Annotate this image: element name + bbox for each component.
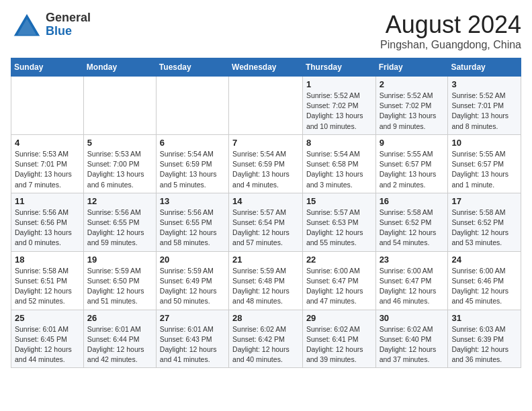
day-number: 16 <box>380 196 445 206</box>
day-number: 13 <box>160 196 225 206</box>
day-number: 15 <box>306 196 372 206</box>
day-detail: Sunrise: 6:02 AM Sunset: 6:40 PM Dayligh… <box>380 324 445 365</box>
day-number: 12 <box>87 196 152 206</box>
day-detail: Sunrise: 5:56 AM Sunset: 6:55 PM Dayligh… <box>87 208 152 248</box>
day-detail: Sunrise: 6:00 AM Sunset: 6:47 PM Dayligh… <box>306 266 372 307</box>
title-block: August 2024 Pingshan, Guangdong, China <box>380 11 521 51</box>
calendar-week-row: 11Sunrise: 5:56 AM Sunset: 6:56 PM Dayli… <box>11 193 521 251</box>
calendar-cell: 7Sunrise: 5:54 AM Sunset: 6:59 PM Daylig… <box>229 134 303 193</box>
calendar-header: SundayMondayTuesdayWednesdayThursdayFrid… <box>11 58 521 77</box>
calendar-cell: 17Sunrise: 5:58 AM Sunset: 6:52 PM Dayli… <box>448 193 521 251</box>
weekday-header-row: SundayMondayTuesdayWednesdayThursdayFrid… <box>11 58 521 77</box>
day-number: 22 <box>306 255 372 265</box>
calendar-week-row: 25Sunrise: 6:01 AM Sunset: 6:45 PM Dayli… <box>11 310 521 368</box>
day-number: 1 <box>306 79 372 89</box>
calendar-cell: 6Sunrise: 5:54 AM Sunset: 6:59 PM Daylig… <box>156 134 228 193</box>
day-number: 4 <box>15 138 80 148</box>
day-number: 28 <box>232 313 299 323</box>
day-detail: Sunrise: 5:58 AM Sunset: 6:52 PM Dayligh… <box>451 208 517 248</box>
day-number: 5 <box>87 138 152 148</box>
day-number: 9 <box>380 138 445 148</box>
calendar-cell: 31Sunrise: 6:03 AM Sunset: 6:39 PM Dayli… <box>448 310 521 368</box>
day-number: 27 <box>160 313 225 323</box>
day-number: 21 <box>232 255 299 265</box>
day-number: 11 <box>15 196 80 206</box>
day-number: 17 <box>451 196 517 206</box>
day-detail: Sunrise: 5:59 AM Sunset: 6:49 PM Dayligh… <box>160 266 225 307</box>
day-detail: Sunrise: 5:54 AM Sunset: 6:59 PM Dayligh… <box>232 149 299 190</box>
day-number: 30 <box>380 313 445 323</box>
day-detail: Sunrise: 6:01 AM Sunset: 6:44 PM Dayligh… <box>87 324 152 365</box>
day-number: 26 <box>87 313 152 323</box>
calendar-title: August 2024 <box>380 11 521 39</box>
day-detail: Sunrise: 5:58 AM Sunset: 6:52 PM Dayligh… <box>380 208 445 248</box>
day-detail: Sunrise: 5:52 AM Sunset: 7:01 PM Dayligh… <box>451 91 517 132</box>
calendar-cell: 9Sunrise: 5:55 AM Sunset: 6:57 PM Daylig… <box>375 134 448 193</box>
calendar-cell: 13Sunrise: 5:56 AM Sunset: 6:55 PM Dayli… <box>156 193 228 251</box>
calendar-cell <box>11 77 84 135</box>
calendar-table: SundayMondayTuesdayWednesdayThursdayFrid… <box>11 58 521 368</box>
calendar-cell: 1Sunrise: 5:52 AM Sunset: 7:02 PM Daylig… <box>302 77 375 135</box>
calendar-cell <box>229 77 303 135</box>
day-detail: Sunrise: 5:56 AM Sunset: 6:55 PM Dayligh… <box>160 208 225 248</box>
day-number: 8 <box>306 138 372 148</box>
logo-blue: Blue <box>46 25 91 38</box>
day-detail: Sunrise: 5:56 AM Sunset: 6:56 PM Dayligh… <box>15 208 80 248</box>
day-number: 3 <box>451 79 517 89</box>
day-detail: Sunrise: 5:53 AM Sunset: 7:01 PM Dayligh… <box>15 149 80 190</box>
day-number: 18 <box>15 255 80 265</box>
day-detail: Sunrise: 5:52 AM Sunset: 7:02 PM Dayligh… <box>306 91 372 132</box>
day-detail: Sunrise: 5:58 AM Sunset: 6:51 PM Dayligh… <box>15 266 80 307</box>
day-number: 23 <box>380 255 445 265</box>
day-detail: Sunrise: 6:01 AM Sunset: 6:45 PM Dayligh… <box>15 324 80 365</box>
calendar-cell: 16Sunrise: 5:58 AM Sunset: 6:52 PM Dayli… <box>375 193 448 251</box>
logo-icon <box>11 11 43 39</box>
weekday-header-friday: Friday <box>375 58 448 77</box>
calendar-week-row: 1Sunrise: 5:52 AM Sunset: 7:02 PM Daylig… <box>11 77 521 135</box>
calendar-cell: 30Sunrise: 6:02 AM Sunset: 6:40 PM Dayli… <box>375 310 448 368</box>
day-number: 24 <box>451 255 517 265</box>
calendar-cell <box>83 77 156 135</box>
calendar-cell: 2Sunrise: 5:52 AM Sunset: 7:02 PM Daylig… <box>375 77 448 135</box>
calendar-cell: 18Sunrise: 5:58 AM Sunset: 6:51 PM Dayli… <box>11 251 84 310</box>
calendar-cell: 21Sunrise: 5:59 AM Sunset: 6:48 PM Dayli… <box>229 251 303 310</box>
day-detail: Sunrise: 5:52 AM Sunset: 7:02 PM Dayligh… <box>380 91 445 132</box>
day-detail: Sunrise: 5:55 AM Sunset: 6:57 PM Dayligh… <box>380 149 445 190</box>
day-number: 14 <box>232 196 299 206</box>
calendar-cell: 14Sunrise: 5:57 AM Sunset: 6:54 PM Dayli… <box>229 193 303 251</box>
calendar-cell: 15Sunrise: 5:57 AM Sunset: 6:53 PM Dayli… <box>302 193 375 251</box>
day-detail: Sunrise: 5:57 AM Sunset: 6:53 PM Dayligh… <box>306 208 372 248</box>
calendar-week-row: 4Sunrise: 5:53 AM Sunset: 7:01 PM Daylig… <box>11 134 521 193</box>
day-detail: Sunrise: 5:55 AM Sunset: 6:57 PM Dayligh… <box>451 149 517 190</box>
day-detail: Sunrise: 6:02 AM Sunset: 6:41 PM Dayligh… <box>306 324 372 365</box>
day-number: 6 <box>160 138 225 148</box>
day-number: 31 <box>451 313 517 323</box>
calendar-cell: 20Sunrise: 5:59 AM Sunset: 6:49 PM Dayli… <box>156 251 228 310</box>
calendar-cell: 11Sunrise: 5:56 AM Sunset: 6:56 PM Dayli… <box>11 193 84 251</box>
logo: General Blue <box>11 11 91 39</box>
day-detail: Sunrise: 5:53 AM Sunset: 7:00 PM Dayligh… <box>87 149 152 190</box>
day-detail: Sunrise: 5:57 AM Sunset: 6:54 PM Dayligh… <box>232 208 299 248</box>
calendar-cell: 28Sunrise: 6:02 AM Sunset: 6:42 PM Dayli… <box>229 310 303 368</box>
logo-general: General <box>46 11 91 25</box>
calendar-cell: 4Sunrise: 5:53 AM Sunset: 7:01 PM Daylig… <box>11 134 84 193</box>
weekday-header-monday: Monday <box>83 58 156 77</box>
day-detail: Sunrise: 5:54 AM Sunset: 6:58 PM Dayligh… <box>306 149 372 190</box>
weekday-header-wednesday: Wednesday <box>229 58 303 77</box>
day-number: 20 <box>160 255 225 265</box>
day-detail: Sunrise: 6:03 AM Sunset: 6:39 PM Dayligh… <box>451 324 517 365</box>
day-number: 19 <box>87 255 152 265</box>
day-detail: Sunrise: 5:54 AM Sunset: 6:59 PM Dayligh… <box>160 149 225 190</box>
page-header: General Blue August 2024 Pingshan, Guang… <box>11 11 521 51</box>
calendar-cell: 19Sunrise: 5:59 AM Sunset: 6:50 PM Dayli… <box>83 251 156 310</box>
day-number: 2 <box>380 79 445 89</box>
calendar-cell <box>156 77 228 135</box>
calendar-cell: 10Sunrise: 5:55 AM Sunset: 6:57 PM Dayli… <box>448 134 521 193</box>
day-number: 25 <box>15 313 80 323</box>
calendar-cell: 3Sunrise: 5:52 AM Sunset: 7:01 PM Daylig… <box>448 77 521 135</box>
day-number: 10 <box>451 138 517 148</box>
calendar-cell: 26Sunrise: 6:01 AM Sunset: 6:44 PM Dayli… <box>83 310 156 368</box>
weekday-header-saturday: Saturday <box>448 58 521 77</box>
weekday-header-tuesday: Tuesday <box>156 58 228 77</box>
calendar-body: 1Sunrise: 5:52 AM Sunset: 7:02 PM Daylig… <box>11 77 521 368</box>
